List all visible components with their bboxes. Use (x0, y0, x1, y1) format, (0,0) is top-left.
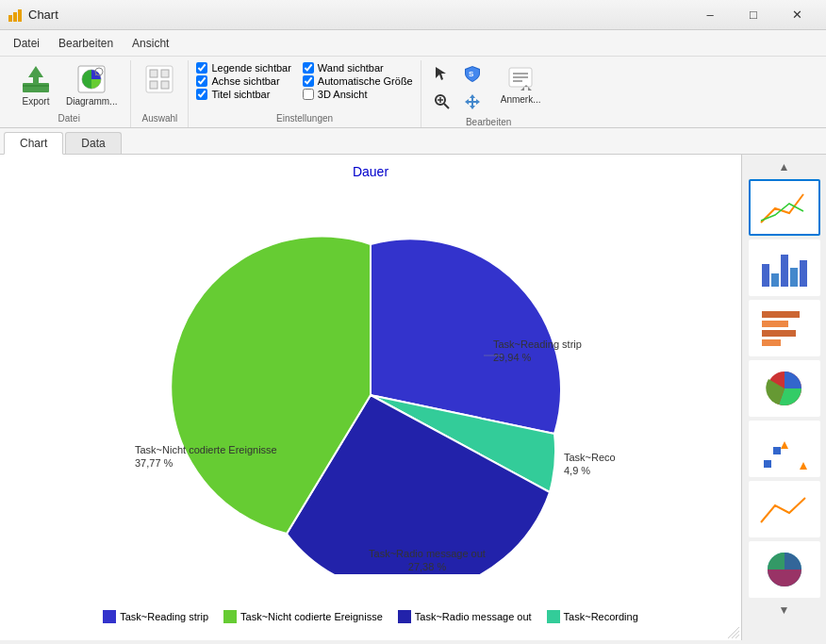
diagram-label: Diagramm... (66, 96, 117, 107)
label-nicht-codierte: Task~Nicht codierte Ereignisse (135, 444, 277, 455)
checkbox-autogroesse-label: Automatische Größe (318, 75, 413, 87)
svg-rect-11 (150, 70, 157, 77)
diagram-button[interactable]: Diagramm... (60, 60, 123, 110)
legend-item-reading-strip: Task~Reading strip (103, 610, 208, 623)
checkbox-autogroesse-input[interactable] (303, 75, 314, 87)
legend-color-recording (547, 610, 560, 623)
tool-row-2 (429, 89, 486, 115)
svg-rect-36 (790, 268, 798, 287)
svg-rect-37 (800, 260, 807, 287)
legend-color-nicht-codierte (223, 610, 237, 623)
svg-rect-1 (13, 12, 17, 22)
shield-button[interactable]: S (459, 60, 486, 87)
thumbnail-vbar-svg (756, 245, 813, 290)
export-icon (21, 64, 51, 94)
svg-rect-40 (762, 321, 788, 327)
move-button[interactable] (459, 89, 486, 115)
checkbox-achse-input[interactable] (196, 75, 207, 87)
ribbon-group-datei-label: Datei (15, 113, 123, 124)
auswahl-button[interactable] (139, 60, 180, 98)
tab-data[interactable]: Data (65, 132, 121, 154)
move-icon (464, 93, 481, 110)
side-panel: ▲ (741, 155, 826, 640)
window-controls: – □ ✕ (688, 0, 818, 30)
pointer-tool-button[interactable] (429, 60, 455, 87)
checkbox-legende-input[interactable] (196, 62, 207, 74)
label-radio-message: Task~Radio message out (369, 548, 486, 559)
diagram-icon (76, 64, 107, 94)
app-icon (8, 8, 23, 23)
checkbox-3d-input[interactable] (303, 89, 314, 100)
checkbox-achse[interactable]: Achse sichtbar (196, 75, 290, 87)
legend-label-radio-message: Task~Radio message out (415, 611, 532, 622)
ribbon-group-einstellungen: Legende sichtbar Achse sichtbar Titel si… (189, 60, 421, 127)
checkboxes-left: Legende sichtbar Achse sichtbar Titel si… (196, 60, 290, 102)
checkbox-wand[interactable]: Wand sichtbar (303, 62, 413, 74)
svg-rect-0 (8, 15, 12, 22)
checkbox-titel[interactable]: Titel sichtbar (196, 89, 290, 100)
svg-marker-15 (436, 67, 446, 80)
annotate-label: Anmerk... (501, 94, 541, 105)
svg-marker-4 (28, 66, 43, 83)
svg-rect-12 (150, 81, 157, 89)
window-title: Chart (28, 8, 58, 22)
svg-rect-39 (762, 311, 800, 318)
svg-rect-35 (781, 255, 788, 287)
minimize-button[interactable]: – (688, 0, 732, 30)
checkbox-wand-input[interactable] (303, 62, 314, 74)
svg-line-29 (732, 631, 739, 638)
legend-label-recording: Task~Recording (564, 611, 638, 622)
svg-text:S: S (469, 70, 474, 78)
chart-display-area: Dauer Task~Reading s (0, 155, 741, 640)
legend-item-radio-message: Task~Radio message out (398, 610, 532, 623)
shield-icon: S (463, 64, 482, 83)
thumbnail-line2-chart[interactable] (749, 481, 820, 537)
zoom-icon (434, 93, 451, 110)
thumbnail-line2-svg (756, 487, 813, 532)
tab-chart[interactable]: Chart (4, 132, 63, 155)
thumbnail-line-chart[interactable] (749, 179, 820, 236)
scroll-up-arrow[interactable]: ▲ (777, 158, 792, 175)
checkbox-3d[interactable]: 3D Ansicht (303, 89, 413, 100)
thumbnail-hbar-chart[interactable] (749, 300, 820, 356)
svg-rect-49 (773, 447, 781, 454)
ribbon: Export Diagramm... Datei (0, 57, 826, 128)
annotate-icon (505, 64, 536, 94)
svg-rect-42 (762, 339, 781, 346)
thumbnail-pie2-svg (756, 547, 813, 592)
svg-rect-2 (18, 9, 22, 22)
svg-rect-5 (23, 85, 49, 87)
menu-ansicht[interactable]: Ansicht (123, 33, 178, 54)
checkbox-legende[interactable]: Legende sichtbar (196, 62, 290, 74)
label-nicht-codierte-pct: 37,77 % (135, 457, 173, 469)
title-bar: Chart – □ ✕ (0, 0, 826, 30)
checkbox-titel-input[interactable] (196, 89, 207, 100)
zoom-button[interactable] (429, 89, 455, 115)
legend-color-reading-strip (103, 610, 116, 623)
menu-datei[interactable]: Datei (4, 33, 49, 54)
thumbnail-pie-chart[interactable] (749, 360, 820, 417)
close-button[interactable]: ✕ (775, 0, 818, 30)
tab-bar: Chart Data (0, 128, 826, 155)
pie-chart-svg: Task~Reading strip 29,94 % Task~Recordin… (125, 216, 616, 574)
resize-icon (728, 627, 739, 638)
thumbnail-scatter-chart[interactable] (749, 421, 820, 477)
checkbox-3d-label: 3D Ansicht (318, 89, 368, 100)
ribbon-group-auswahl: Auswahl (131, 60, 189, 127)
thumbnail-vbar-chart[interactable] (749, 239, 820, 296)
export-button[interactable]: Export (15, 60, 57, 110)
auswahl-icon (144, 64, 174, 94)
svg-rect-13 (161, 70, 169, 77)
maximize-button[interactable]: □ (732, 0, 775, 30)
menu-bearbeiten[interactable]: Bearbeiten (49, 33, 123, 54)
checkbox-autogroesse[interactable]: Automatische Größe (303, 75, 413, 87)
scroll-down-arrow[interactable]: ▼ (777, 602, 792, 619)
annotate-button[interactable]: Anmerk... (493, 60, 549, 108)
legend-color-radio-message (398, 610, 411, 623)
pointer-icon (434, 65, 451, 82)
ribbon-group-datei: Export Diagramm... Datei (8, 60, 131, 127)
pie-chart-container: Task~Reading strip 29,94 % Task~Recordin… (9, 187, 732, 603)
resize-handle[interactable] (726, 625, 741, 640)
thumbnail-pie2-chart[interactable] (749, 541, 820, 598)
svg-line-30 (735, 635, 739, 638)
